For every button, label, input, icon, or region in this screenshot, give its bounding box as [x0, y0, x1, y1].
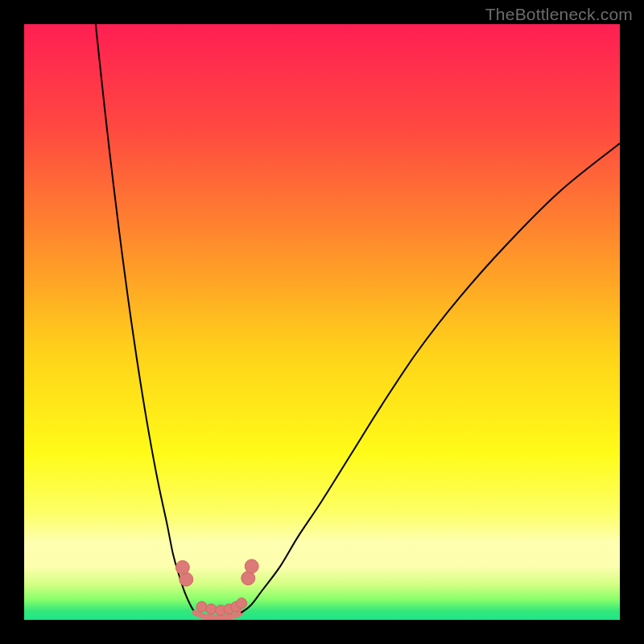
- outer-frame: TheBottleneck.com: [0, 0, 644, 644]
- marker-floor-6: [237, 598, 247, 609]
- marker-floor-1: [196, 601, 207, 612]
- marker-floor-2: [206, 604, 217, 614]
- marker-group: [175, 559, 258, 616]
- marker-left-pair-high: [175, 560, 189, 574]
- marker-right-pair-high: [245, 559, 258, 573]
- curve-right-branch: [241, 143, 620, 613]
- chart-svg: [24, 24, 620, 620]
- plot-area: [24, 24, 620, 620]
- curve-left-branch: [96, 24, 196, 613]
- watermark-text: TheBottleneck.com: [485, 5, 633, 24]
